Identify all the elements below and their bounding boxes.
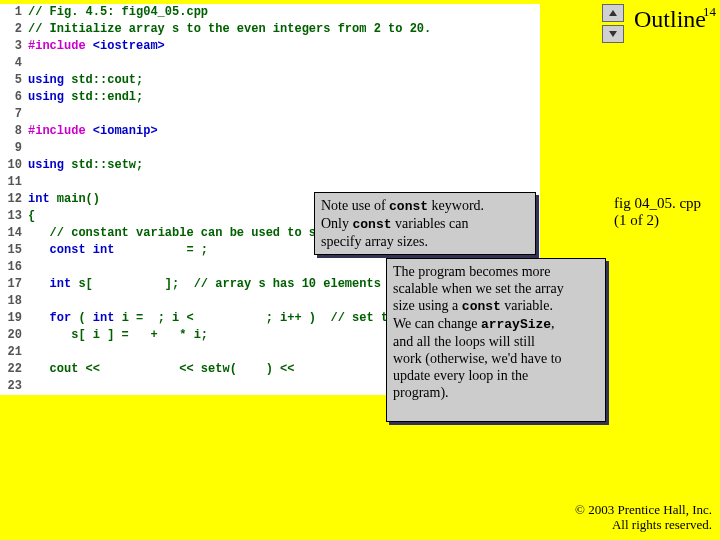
- chevron-up-icon: [608, 9, 618, 17]
- code-token: ;: [201, 243, 208, 257]
- callout-text: specify array sizes.: [321, 234, 428, 249]
- callout-text: Note use of: [321, 198, 389, 213]
- code-token: std::endl;: [64, 90, 143, 104]
- code-token: (: [71, 311, 93, 325]
- code-token: int: [28, 192, 50, 206]
- callout-const-keyword: Note use of const keyword. Only const va…: [314, 192, 536, 255]
- callout-code: arraySize: [481, 317, 551, 332]
- code-token: [28, 277, 50, 291]
- callout-text: and all the loops will still: [393, 334, 535, 349]
- code-token: int: [93, 311, 115, 325]
- callout-code: const: [462, 299, 501, 314]
- code-token: // array s has 10 elements: [194, 277, 381, 291]
- callout-text: We can change: [393, 316, 481, 331]
- code-token: #include: [28, 39, 86, 53]
- code-token: using: [28, 73, 64, 87]
- side-label-file: fig 04_05. cpp: [614, 195, 701, 211]
- svg-marker-1: [609, 31, 617, 37]
- code-token: int: [50, 277, 72, 291]
- code-token: [28, 226, 50, 240]
- callout-text: program).: [393, 385, 449, 400]
- line-number-gutter: 1 2 3 4 5 6 7 8 9 10 11 12 13 14 15 16 1…: [0, 4, 25, 395]
- callout-text: variable.: [501, 298, 553, 313]
- callout-text: size using a: [393, 298, 462, 313]
- callout-text: keyword.: [428, 198, 484, 213]
- code-token: i = ; i < ; i++ ): [114, 311, 330, 325]
- code-token: [28, 311, 50, 325]
- svg-marker-0: [609, 10, 617, 16]
- code-token: <iostream>: [86, 39, 165, 53]
- code-token: cout << << setw( ) <<: [28, 362, 302, 376]
- copyright: © 2003 Prentice Hall, Inc. All rights re…: [575, 502, 712, 532]
- code-token: std::setw;: [64, 158, 143, 172]
- nav-buttons: [602, 4, 624, 43]
- code-token: #include: [28, 124, 86, 138]
- code-token: using: [28, 90, 64, 104]
- callout-text: ,: [551, 316, 555, 331]
- code-token: [28, 243, 50, 257]
- code-line: // Fig. 4.5: fig04_05.cpp: [28, 5, 208, 19]
- copyright-line: All rights reserved.: [612, 517, 712, 532]
- callout-text: scalable when we set the array: [393, 281, 564, 296]
- code-token: main(): [50, 192, 100, 206]
- callout-text: Only: [321, 216, 353, 231]
- callout-text: work (otherwise, we'd have to: [393, 351, 562, 366]
- callout-code: const: [389, 199, 428, 214]
- chevron-down-icon: [608, 30, 618, 38]
- callout-text: update every loop in the: [393, 368, 528, 383]
- code-token: const int: [50, 243, 115, 257]
- code-token: for: [50, 311, 72, 325]
- code-token: s[ ];: [71, 277, 193, 291]
- outline-bar: Outline: [602, 4, 716, 43]
- copyright-line: © 2003 Prentice Hall, Inc.: [575, 502, 712, 517]
- side-label-part: (1 of 2): [614, 212, 659, 228]
- code-token: s[ i ] = + * i;: [28, 328, 208, 342]
- code-token: std::cout;: [64, 73, 143, 87]
- code-token: =: [114, 243, 200, 257]
- side-label: fig 04_05. cpp (1 of 2): [614, 195, 701, 229]
- code-token: using: [28, 158, 64, 172]
- outline-title: Outline: [628, 4, 716, 35]
- code-token: {: [28, 209, 35, 223]
- callout-text: variables can: [392, 216, 469, 231]
- nav-up-button[interactable]: [602, 4, 624, 22]
- nav-down-button[interactable]: [602, 25, 624, 43]
- code-token: <iomanip>: [86, 124, 158, 138]
- callout-code: const: [353, 217, 392, 232]
- callout-text: The program becomes more: [393, 264, 550, 279]
- callout-scalable: The program becomes more scalable when w…: [386, 258, 606, 422]
- code-line: // Initialize array s to the even intege…: [28, 22, 431, 36]
